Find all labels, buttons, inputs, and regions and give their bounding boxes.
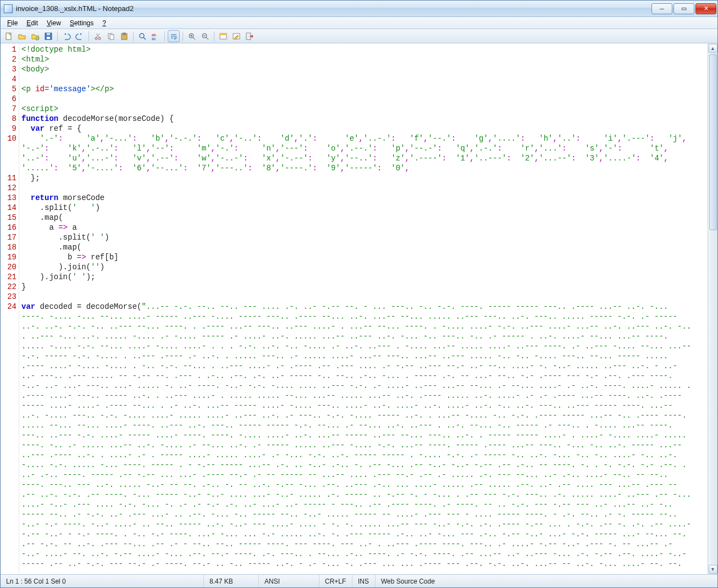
menu-view[interactable]: View bbox=[42, 18, 65, 28]
svg-text:ab: ab bbox=[152, 33, 156, 37]
toolbar-separator bbox=[133, 31, 134, 41]
undo-icon[interactable] bbox=[60, 30, 73, 42]
svg-rect-0 bbox=[6, 33, 11, 40]
maximize-button[interactable]: ▭ bbox=[673, 3, 694, 14]
line-gutter: 12345678910 1112131415161718192021222324 bbox=[1, 43, 19, 574]
status-filesize: 8.47 KB bbox=[204, 575, 259, 587]
cut-icon[interactable] bbox=[92, 30, 104, 42]
toolbar-separator bbox=[214, 31, 214, 41]
svg-point-5 bbox=[95, 37, 97, 40]
scroll-down-icon[interactable]: ▼ bbox=[709, 565, 717, 574]
status-eol[interactable]: CR+LF bbox=[319, 575, 352, 587]
titlebar[interactable]: invoice_1308._xslx.hTML - Notepad2 ─ ▭ ✕ bbox=[1, 1, 717, 17]
find-icon[interactable] bbox=[136, 30, 148, 42]
vertical-scrollbar[interactable]: ▲ ▼ bbox=[708, 43, 717, 574]
status-language[interactable]: Web Source Code bbox=[375, 575, 717, 587]
svg-rect-3 bbox=[47, 37, 50, 39]
toolbar-separator bbox=[164, 31, 165, 41]
exit-icon[interactable] bbox=[244, 30, 256, 42]
app-window: invoice_1308._xslx.hTML - Notepad2 ─ ▭ ✕… bbox=[0, 0, 718, 588]
svg-rect-17 bbox=[220, 34, 227, 35]
menubar: File Edit View Settings ? bbox=[1, 17, 717, 29]
menu-settings[interactable]: Settings bbox=[65, 18, 98, 28]
toolbar-separator bbox=[183, 31, 183, 41]
toolbar-separator bbox=[57, 31, 58, 41]
open-file-icon[interactable] bbox=[16, 30, 28, 42]
menu-edit[interactable]: Edit bbox=[22, 18, 42, 28]
svg-rect-10 bbox=[123, 33, 125, 35]
customize-icon[interactable] bbox=[230, 30, 242, 42]
svg-point-6 bbox=[98, 37, 101, 40]
editor[interactable]: 12345678910 1112131415161718192021222324… bbox=[1, 43, 717, 574]
word-wrap-icon[interactable] bbox=[168, 30, 180, 42]
new-file-icon[interactable] bbox=[3, 30, 15, 42]
scheme-icon[interactable] bbox=[217, 30, 229, 42]
svg-point-11 bbox=[140, 34, 144, 38]
redo-icon[interactable] bbox=[74, 30, 86, 42]
scroll-up-icon[interactable]: ▲ bbox=[709, 44, 717, 53]
minimize-button[interactable]: ─ bbox=[651, 3, 672, 14]
menu-file[interactable]: File bbox=[3, 18, 22, 28]
svg-rect-4 bbox=[47, 33, 50, 35]
status-encoding[interactable]: ANSI bbox=[259, 575, 319, 587]
status-insmode[interactable]: INS bbox=[352, 575, 375, 587]
browse-icon[interactable] bbox=[29, 30, 41, 42]
zoom-out-icon[interactable] bbox=[199, 30, 211, 42]
svg-rect-8 bbox=[110, 35, 114, 40]
scroll-thumb[interactable] bbox=[709, 54, 717, 230]
copy-icon[interactable] bbox=[105, 30, 117, 42]
svg-text:ac: ac bbox=[152, 37, 156, 41]
statusbar: Ln 1 : 56 Col 1 Sel 0 8.47 KB ANSI CR+LF… bbox=[1, 574, 717, 587]
save-icon[interactable] bbox=[42, 30, 54, 42]
close-button[interactable]: ✕ bbox=[695, 3, 716, 14]
toolbar: abac bbox=[1, 29, 717, 43]
zoom-in-icon[interactable] bbox=[186, 30, 198, 42]
window-title: invoice_1308._xslx.hTML - Notepad2 bbox=[16, 4, 651, 13]
toolbar-separator bbox=[89, 31, 89, 41]
status-position: Ln 1 : 56 Col 1 Sel 0 bbox=[1, 575, 204, 587]
app-icon bbox=[4, 4, 13, 13]
code-area[interactable]: <!doctype html><html><body> <p id='messa… bbox=[19, 43, 708, 574]
menu-help[interactable]: ? bbox=[98, 18, 111, 28]
paste-icon[interactable] bbox=[118, 30, 130, 42]
replace-icon[interactable]: abac bbox=[150, 30, 162, 42]
